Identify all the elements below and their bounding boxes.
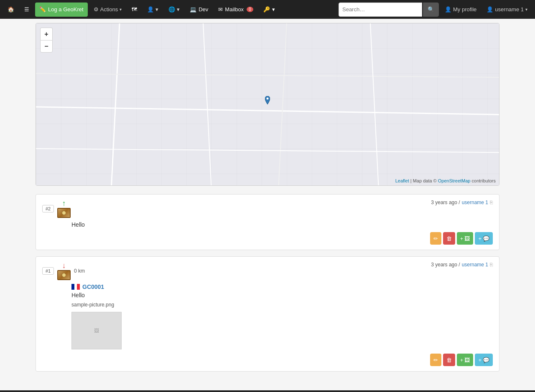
chevron-down-icon-5: ▾ (525, 7, 527, 12)
nearby-icon: 👤 (147, 6, 154, 13)
chevron-down-icon: ▾ (120, 7, 122, 12)
comment-icon-1: 💬 (483, 357, 489, 363)
add-comment-button-1[interactable]: + 💬 (475, 354, 493, 366)
main-content: + − Leaflet | Map data © OpenStreetMap c… (29, 19, 506, 382)
log-username-link-1[interactable]: username 1 (462, 262, 488, 268)
log-icon-2: ↑ (57, 200, 71, 218)
navbar: 🏠 ☰ ✏️ Log a GeoKret ⚙ Actions ▾ 🗺 👤 ▾ 🌐… (0, 0, 535, 19)
svg-rect-10 (71, 284, 74, 290)
log-gc-row: GC0001 (71, 283, 493, 290)
plus-icon-comment-2: + (478, 235, 482, 242)
log-picture-name: sample-picture.png (71, 302, 493, 308)
log-left-1: #1 ↓ 0 km (42, 262, 85, 280)
zoom-in-button[interactable]: + (40, 28, 53, 40)
geokret-box-2 (57, 208, 71, 218)
search-wrap: 🔍 (339, 3, 439, 17)
add-picture-button-2[interactable]: + 🖼 (457, 232, 474, 245)
map-marker[interactable] (265, 96, 270, 104)
mailbox-button[interactable]: ✉ Mailbox 0 (214, 3, 257, 17)
more-dropdown[interactable]: 🌐 ▾ (164, 3, 184, 17)
delete-log-button-1[interactable]: 🗑 (443, 354, 455, 366)
footer (0, 390, 535, 392)
pencil-icon-1: ✏ (433, 357, 438, 363)
gc-code-link[interactable]: GC0001 (82, 283, 104, 290)
log-message-1: Hello (71, 292, 493, 298)
map-icon: 🗺 (132, 6, 137, 13)
nearby-dropdown[interactable]: 👤 ▾ (143, 3, 163, 17)
svg-rect-11 (74, 284, 77, 290)
log-actions-2: ✏ 🗑 + 🖼 + 💬 (42, 232, 493, 245)
menu-icon: ☰ (24, 6, 29, 13)
image-icon-2: 🖼 (464, 235, 470, 242)
log-time-2: 3 years ago / (431, 200, 460, 205)
chevron-down-icon-3: ▾ (177, 6, 180, 13)
delete-log-button-2[interactable]: 🗑 (443, 232, 455, 245)
log-number-1: #1 (42, 267, 54, 275)
log-body-1: GC0001 Hello sample-picture.png 🖼 (71, 283, 493, 349)
gear-icon: ⚙ (94, 6, 99, 13)
log-time-1: 3 years ago / (431, 262, 460, 268)
trash-icon-2: 🗑 (446, 235, 452, 242)
plus-icon-2: + (460, 235, 464, 242)
signin-button[interactable]: 🔑 ▾ (259, 3, 279, 17)
pencil-icon: ✏️ (39, 6, 46, 13)
edit-log-button-2[interactable]: ✏ (430, 232, 441, 245)
my-profile-link[interactable]: 👤 My profile (441, 3, 481, 17)
leaflet-link[interactable]: Leaflet (395, 178, 409, 183)
map-container: + − Leaflet | Map data © OpenStreetMap c… (36, 23, 499, 186)
log-actions-1: ✏ 🗑 + 🖼 + 💬 (42, 354, 493, 366)
log-body-2: Hello (71, 221, 493, 228)
map-button[interactable]: 🗺 (127, 3, 141, 17)
chevron-down-icon-4: ▾ (272, 6, 275, 13)
image-icon-1: 🖼 (464, 357, 470, 363)
log-header-2: #2 ↑ 3 years ago / username 1 ⎘ (42, 200, 493, 218)
trash-icon-1: 🗑 (446, 357, 452, 363)
add-picture-button-1[interactable]: + 🖼 (457, 354, 474, 366)
mailbox-badge: 0 (247, 7, 253, 12)
search-button[interactable]: 🔍 (423, 3, 439, 17)
svg-rect-12 (77, 284, 80, 290)
zoom-out-button[interactable]: − (40, 40, 53, 53)
arrow-up-icon: ↑ (62, 200, 66, 207)
log-meta-1: 3 years ago / username 1 ⎘ (431, 262, 493, 268)
log-number-2: #2 (42, 205, 54, 212)
menu-button[interactable]: ☰ (20, 3, 33, 17)
user-menu-dropdown[interactable]: 👤 username 1 ▾ (482, 3, 532, 17)
pencil-icon-2: ✏ (433, 235, 438, 242)
person-icon: 👤 (445, 6, 451, 13)
signin-icon: 🔑 (263, 6, 270, 13)
edit-log-button-1[interactable]: ✏ (430, 354, 441, 366)
osm-link[interactable]: OpenStreetMap (438, 178, 471, 183)
log-entry-1: #1 ↓ 0 km 3 years ago / username 1 ⎘ (36, 256, 499, 372)
log-icon-1: ↓ (57, 262, 71, 280)
log-distance-1: 0 km (74, 268, 85, 274)
dev-button[interactable]: 💻 Dev (186, 3, 212, 17)
geokret-box-1 (57, 270, 71, 280)
log-username-link-2[interactable]: username 1 (462, 200, 488, 205)
log-geokret-button[interactable]: ✏️ Log a GeoKret (35, 3, 88, 17)
add-comment-button-2[interactable]: + 💬 (475, 232, 493, 245)
svg-point-9 (267, 98, 269, 100)
search-input[interactable] (339, 3, 422, 17)
copy-icon-1[interactable]: ⎘ (490, 262, 493, 268)
image-placeholder-icon: 🖼 (94, 328, 99, 334)
copy-icon-2[interactable]: ⎘ (490, 200, 493, 205)
flag-icon-fr (71, 284, 80, 290)
map-zoom-controls: + − (40, 28, 53, 53)
log-entry-2: #2 ↑ 3 years ago / username 1 ⎘ Hello ✏ … (36, 194, 499, 250)
user-icon: 👤 (487, 6, 493, 13)
plus-icon-comment-1: + (478, 357, 482, 363)
home-button[interactable]: 🏠 (3, 3, 18, 17)
globe-icon: 🌐 (168, 6, 175, 13)
chevron-down-icon-2: ▾ (155, 6, 158, 13)
log-message-2: Hello (71, 221, 85, 228)
arrow-down-icon: ↓ (62, 262, 66, 269)
code-icon: 💻 (190, 6, 196, 13)
actions-dropdown[interactable]: ⚙ Actions ▾ (89, 3, 126, 17)
log-meta-2: 3 years ago / username 1 ⎘ (431, 200, 493, 205)
log-picture-preview: 🖼 (71, 312, 122, 349)
mail-icon: ✉ (218, 6, 223, 13)
home-icon: 🏠 (8, 6, 14, 13)
log-left-2: #2 ↑ (42, 200, 71, 218)
plus-icon-1: + (460, 357, 464, 363)
